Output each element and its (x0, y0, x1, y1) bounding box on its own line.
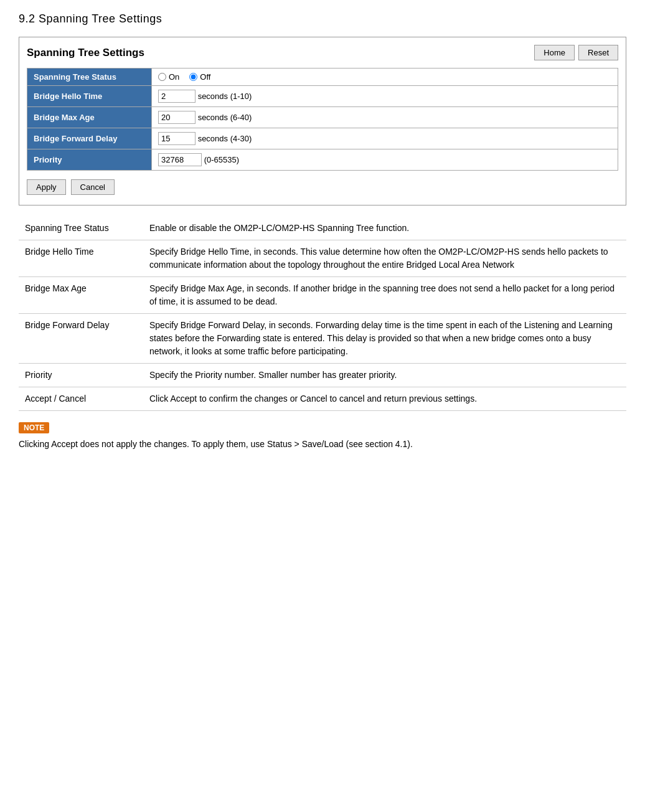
desc-term-status: Spanning Tree Status (19, 217, 143, 240)
desc-term-accept-cancel: Accept / Cancel (19, 387, 143, 411)
desc-term-priority: Priority (19, 364, 143, 387)
action-row: Apply Cancel (27, 177, 618, 197)
desc-detail-status: Enable or disable the OM2P-LC/OM2P-HS Sp… (143, 217, 626, 240)
panel-buttons: Home Reset (534, 45, 618, 60)
desc-row-forward-delay: Bridge Forward Delay Specify Bridge Forw… (19, 314, 626, 364)
desc-detail-hello-time: Specify Bridge Hello Time, in seconds. T… (143, 240, 626, 277)
settings-table: Spanning Tree Status On Off (27, 68, 618, 171)
field-value-priority: (0-65535) (152, 149, 618, 171)
field-label-max-age: Bridge Max Age (27, 107, 152, 128)
desc-row-status: Spanning Tree Status Enable or disable t… (19, 217, 626, 240)
desc-detail-max-age: Specify Bridge Max Age, in seconds. If a… (143, 277, 626, 314)
table-row: Spanning Tree Status On Off (27, 68, 618, 86)
field-value-forward-delay: seconds (4-30) (152, 128, 618, 149)
desc-row-max-age: Bridge Max Age Specify Bridge Max Age, i… (19, 277, 626, 314)
note-text: Clicking Accept does not apply the chang… (19, 437, 626, 451)
desc-detail-accept-cancel: Click Accept to confirm the changes or C… (143, 387, 626, 411)
desc-term-hello-time: Bridge Hello Time (19, 240, 143, 277)
desc-row-hello-time: Bridge Hello Time Specify Bridge Hello T… (19, 240, 626, 277)
field-value-status: On Off (152, 68, 618, 86)
field-value-max-age: seconds (6-40) (152, 107, 618, 128)
radio-on-text: On (169, 72, 179, 82)
radio-off-text: Off (200, 72, 210, 82)
field-label-forward-delay: Bridge Forward Delay (27, 128, 152, 149)
hint-hello-time: seconds (1-10) (198, 92, 252, 101)
note-badge: NOTE (19, 422, 49, 433)
radio-on[interactable] (158, 73, 166, 81)
desc-term-forward-delay: Bridge Forward Delay (19, 314, 143, 364)
field-label-priority: Priority (27, 149, 152, 171)
hint-max-age: seconds (6-40) (198, 113, 252, 122)
settings-panel: Spanning Tree Settings Home Reset Spanni… (19, 37, 626, 205)
input-max-age[interactable] (158, 111, 195, 124)
desc-term-max-age: Bridge Max Age (19, 277, 143, 314)
desc-detail-priority: Specify the Priority number. Smaller num… (143, 364, 626, 387)
desc-row-priority: Priority Specify the Priority number. Sm… (19, 364, 626, 387)
table-row: Bridge Hello Time seconds (1-10) (27, 86, 618, 107)
field-label-status: Spanning Tree Status (27, 68, 152, 86)
desc-row-accept-cancel: Accept / Cancel Click Accept to confirm … (19, 387, 626, 411)
desc-detail-forward-delay: Specify Bridge Forward Delay, in seconds… (143, 314, 626, 364)
input-hello-time[interactable] (158, 90, 195, 103)
cancel-button[interactable]: Cancel (71, 179, 115, 195)
description-table: Spanning Tree Status Enable or disable t… (19, 217, 626, 411)
field-label-hello-time: Bridge Hello Time (27, 86, 152, 107)
apply-button[interactable]: Apply (27, 179, 66, 195)
home-button[interactable]: Home (534, 45, 575, 60)
table-row: Priority (0-65535) (27, 149, 618, 171)
table-row: Bridge Forward Delay seconds (4-30) (27, 128, 618, 149)
page-title: 9.2 Spanning Tree Settings (19, 12, 626, 26)
field-value-hello-time: seconds (1-10) (152, 86, 618, 107)
table-row: Bridge Max Age seconds (6-40) (27, 107, 618, 128)
radio-on-label[interactable]: On (158, 72, 179, 82)
input-priority[interactable] (158, 153, 202, 166)
note-section: NOTE Clicking Accept does not apply the … (19, 422, 626, 451)
input-forward-delay[interactable] (158, 132, 195, 145)
panel-header: Spanning Tree Settings Home Reset (27, 45, 618, 60)
hint-priority: (0-65535) (204, 155, 239, 164)
panel-title: Spanning Tree Settings (27, 47, 144, 59)
radio-off[interactable] (189, 73, 197, 81)
radio-group-status: On Off (158, 72, 611, 82)
reset-button[interactable]: Reset (578, 45, 618, 60)
radio-off-label[interactable]: Off (189, 72, 210, 82)
hint-forward-delay: seconds (4-30) (198, 134, 252, 143)
